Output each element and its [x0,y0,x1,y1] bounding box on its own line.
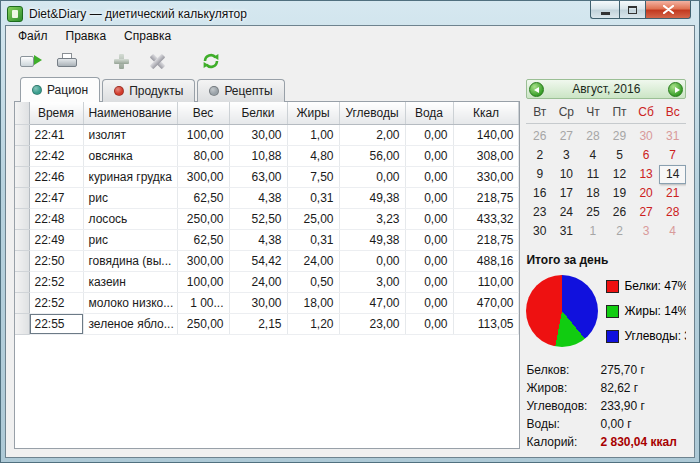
calendar-day[interactable]: 27 [633,203,660,222]
table-cell[interactable]: 0,00 [405,145,453,166]
table-cell[interactable]: 30,00 [229,124,287,145]
row-selector[interactable] [15,166,29,187]
table-cell[interactable]: 47,00 [339,292,405,313]
table-cell[interactable]: 54,42 [229,250,287,271]
calendar-day[interactable]: 18 [580,184,607,203]
refresh-button[interactable] [196,47,226,75]
column-header[interactable]: Ккал [453,102,519,124]
table-cell[interactable]: 18,00 [287,292,339,313]
table-cell[interactable]: 1 00... [177,292,229,313]
table-cell[interactable]: 0,00 [405,250,453,271]
table-row[interactable]: 22:41изолят100,0030,001,002,000,00140,00 [15,124,519,145]
table-cell[interactable]: 0,31 [287,187,339,208]
table-row[interactable]: 22:42овсянка80,0010,884,8056,000,00308,0… [15,145,519,166]
table-cell[interactable]: молоко низко... [83,292,177,313]
calendar-day[interactable]: 31 [659,127,686,146]
maximize-button[interactable] [619,1,646,19]
table-cell[interactable]: 110,00 [453,271,519,292]
table-cell[interactable]: 100,00 [177,124,229,145]
table-cell[interactable]: 22:47 [29,187,83,208]
tab-products[interactable]: Продукты [102,79,195,102]
table-cell[interactable]: 49,38 [339,229,405,250]
table-cell[interactable]: 7,50 [287,166,339,187]
export-button[interactable] [16,47,46,75]
row-selector[interactable] [15,187,29,208]
calendar-day[interactable]: 9 [526,165,553,184]
add-button[interactable] [106,47,136,75]
table-cell[interactable]: 62,50 [177,187,229,208]
column-header[interactable]: Время [29,102,83,124]
table-row[interactable]: 22:46куриная грудка300,0063,007,500,000,… [15,166,519,187]
calendar-day[interactable]: 11 [580,165,607,184]
calendar-day[interactable]: 24 [553,203,580,222]
calendar-day[interactable]: 13 [633,165,660,184]
table-cell[interactable]: 0,00 [405,292,453,313]
table-cell[interactable]: 63,00 [229,166,287,187]
table-cell[interactable]: 0,00 [405,187,453,208]
column-header[interactable]: Наименование [83,102,177,124]
table-row[interactable]: 22:52молоко низко...1 00...30,0018,0047,… [15,292,519,313]
table-row[interactable]: 22:50говядина (вы...300,0054,4224,000,00… [15,250,519,271]
table-cell[interactable]: 2,15 [229,313,287,334]
table-cell[interactable]: 0,00 [339,250,405,271]
table-cell[interactable]: 22:41 [29,124,83,145]
calendar-day[interactable]: 1 [580,222,607,241]
table-cell[interactable]: 62,50 [177,229,229,250]
table-cell[interactable]: 4,38 [229,229,287,250]
table-cell[interactable]: 80,00 [177,145,229,166]
calendar-day[interactable]: 17 [553,184,580,203]
column-header[interactable]: Вода [405,102,453,124]
table-cell[interactable]: 0,00 [405,229,453,250]
table-row[interactable]: 22:49рис62,504,380,3149,380,00218,75 [15,229,519,250]
table-cell[interactable]: 22:46 [29,166,83,187]
calendar-day[interactable]: 4 [580,146,607,165]
row-selector[interactable] [15,124,29,145]
table-cell[interactable]: 56,00 [339,145,405,166]
table-cell[interactable]: 0,00 [405,271,453,292]
table-cell[interactable]: 218,75 [453,229,519,250]
column-header[interactable]: Углеводы [339,102,405,124]
calendar-day[interactable]: 2 [526,146,553,165]
table-cell[interactable]: 22:52 [29,271,83,292]
calendar-day[interactable]: 4 [659,222,686,241]
tab-ration[interactable]: Рацион [20,77,100,102]
print-button[interactable] [52,47,82,75]
table-cell[interactable]: зеленое ябло... [83,313,177,334]
column-header[interactable]: Вес [177,102,229,124]
table-cell[interactable]: 52,50 [229,208,287,229]
table-cell[interactable]: 0,00 [405,166,453,187]
table-row[interactable]: 22:52казеин100,0024,000,503,000,00110,00 [15,271,519,292]
calendar-day[interactable]: 30 [526,222,553,241]
calendar-day[interactable]: 28 [580,127,607,146]
table-cell[interactable]: 49,38 [339,187,405,208]
table-cell[interactable]: 250,00 [177,208,229,229]
column-header[interactable]: Белки [229,102,287,124]
calendar-day-selected[interactable]: 14 [659,165,686,184]
table-row[interactable]: 22:47рис62,504,380,3149,380,00218,75 [15,187,519,208]
table-cell[interactable]: изолят [83,124,177,145]
table-cell[interactable]: 24,00 [287,250,339,271]
calendar-day[interactable]: 27 [553,127,580,146]
calendar-day[interactable]: 16 [526,184,553,203]
calendar-day[interactable]: 31 [553,222,580,241]
table-cell[interactable]: 22:55 [29,313,83,334]
table-cell[interactable]: лосось [83,208,177,229]
minimize-button[interactable] [590,1,619,19]
column-header[interactable]: Жиры [287,102,339,124]
row-selector[interactable] [15,145,29,166]
close-button[interactable] [646,1,691,19]
row-selector[interactable] [15,271,29,292]
prev-month-button[interactable] [529,82,544,97]
table-cell[interactable]: казеин [83,271,177,292]
calendar-day[interactable]: 19 [606,184,633,203]
calendar-day[interactable]: 29 [606,127,633,146]
table-cell[interactable]: 300,00 [177,166,229,187]
table-cell[interactable]: 0,00 [339,166,405,187]
row-selector[interactable] [15,313,29,334]
table-cell[interactable]: 308,00 [453,145,519,166]
calendar-day[interactable]: 20 [633,184,660,203]
calendar-day[interactable]: 6 [633,146,660,165]
table-cell[interactable]: 100,00 [177,271,229,292]
table-cell[interactable]: 0,00 [405,313,453,334]
table-cell[interactable]: 470,00 [453,292,519,313]
